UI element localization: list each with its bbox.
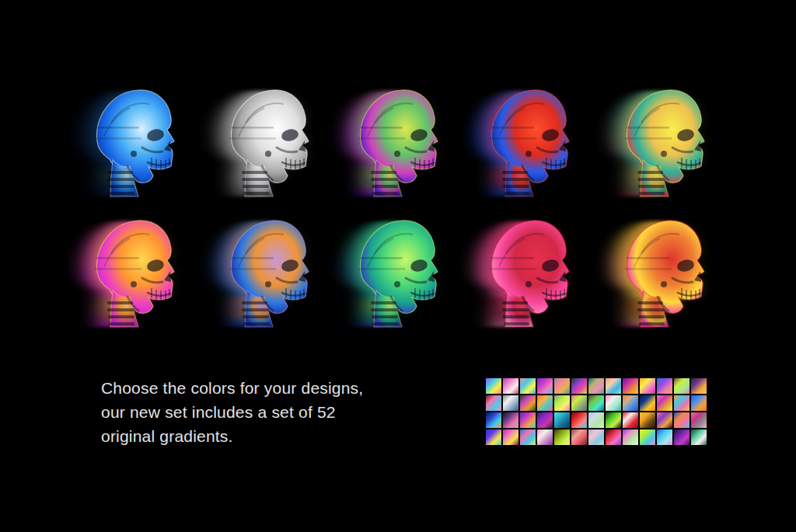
gradient-swatch xyxy=(623,378,638,394)
caption-line-2: our new set includes a set of 52 xyxy=(101,400,396,424)
caption-line-3: original gradients. xyxy=(101,424,396,448)
gradient-swatch xyxy=(588,395,604,411)
gradient-swatch xyxy=(571,429,587,445)
gradient-swatch xyxy=(503,429,518,445)
gradient-swatch xyxy=(657,429,672,445)
skull-xray-blue xyxy=(68,79,193,197)
gradient-swatch xyxy=(606,412,621,428)
gradient-swatch xyxy=(554,429,570,445)
gradient-swatch xyxy=(486,395,501,411)
skull-xray-graphic xyxy=(463,210,588,328)
gradient-swatch xyxy=(486,412,501,428)
gradient-swatch xyxy=(606,395,621,411)
skull-xray-graphic xyxy=(332,210,456,328)
gradient-swatch xyxy=(571,378,587,394)
skull-xray-graphic xyxy=(68,79,193,197)
skull-xray-red-blue xyxy=(463,79,588,197)
gradient-swatch xyxy=(571,395,587,411)
gradient-swatch xyxy=(503,395,518,411)
gradient-swatch xyxy=(537,395,553,411)
skull-xray-graphic xyxy=(203,79,327,197)
skull-xray-graphic xyxy=(599,79,723,197)
gradient-swatch xyxy=(623,395,638,411)
gradient-swatch xyxy=(554,395,570,411)
gradient-swatch xyxy=(486,429,501,445)
gradient-swatch xyxy=(588,429,604,445)
caption-line-1: Choose the colors for your designs, xyxy=(101,376,396,400)
skull-xray-orange-magenta xyxy=(68,210,193,328)
skull-xray-red-yellow-magenta xyxy=(599,210,723,328)
gradient-swatch xyxy=(554,412,570,428)
skull-xray-graphic xyxy=(203,210,327,328)
gradient-swatch xyxy=(623,429,638,445)
skull-xray-yellow-teal-red xyxy=(599,79,723,197)
gradient-swatch xyxy=(657,412,672,428)
gradient-swatch xyxy=(503,412,518,428)
caption-block: Choose the colors for your designs, our … xyxy=(101,376,396,448)
gradient-swatch xyxy=(640,378,655,394)
skull-xray-lime-purple xyxy=(332,79,456,197)
gradient-grid xyxy=(486,378,707,445)
gradient-swatch xyxy=(640,429,655,445)
gradient-swatch xyxy=(520,378,536,394)
gradient-swatch xyxy=(674,395,690,411)
gradient-swatch xyxy=(674,378,690,394)
skull-xray-graphic xyxy=(332,79,456,197)
skull-row-top xyxy=(0,79,796,211)
skull-row-bottom xyxy=(0,210,796,342)
gradient-swatch xyxy=(520,429,536,445)
gradient-swatch xyxy=(537,412,553,428)
gradient-swatch xyxy=(503,378,518,394)
gradient-swatch xyxy=(588,412,604,428)
gradient-swatch xyxy=(640,412,655,428)
gradient-swatch xyxy=(537,378,553,394)
skull-xray-graphic xyxy=(463,79,588,197)
gradient-swatch xyxy=(691,378,707,394)
gradient-swatch xyxy=(537,429,553,445)
skull-xray-white xyxy=(203,79,327,197)
skull-xray-green-blue xyxy=(332,210,456,328)
gradient-swatch xyxy=(606,378,621,394)
gradient-swatch xyxy=(588,378,604,394)
gradient-swatch xyxy=(657,395,672,411)
gradient-swatch xyxy=(623,412,638,428)
promo-canvas: Choose the colors for your designs, our … xyxy=(0,0,796,532)
gradient-swatch xyxy=(571,412,587,428)
skull-xray-graphic xyxy=(68,210,193,328)
skull-xray-graphic xyxy=(599,210,723,328)
gradient-swatch xyxy=(606,429,621,445)
gradient-swatch xyxy=(640,395,655,411)
skull-xray-crimson-pink xyxy=(463,210,588,328)
gradient-swatch xyxy=(691,412,707,428)
gradient-swatch xyxy=(657,378,672,394)
gradient-swatch xyxy=(486,378,501,394)
gradient-swatch xyxy=(520,412,536,428)
skull-xray-lavender-orange-blue xyxy=(203,210,327,328)
gradient-swatch xyxy=(554,378,570,394)
gradient-swatch xyxy=(691,429,707,445)
gradient-swatch xyxy=(520,395,536,411)
gradient-swatch xyxy=(691,395,707,411)
gradient-swatch xyxy=(674,412,690,428)
gradient-swatch xyxy=(674,429,690,445)
